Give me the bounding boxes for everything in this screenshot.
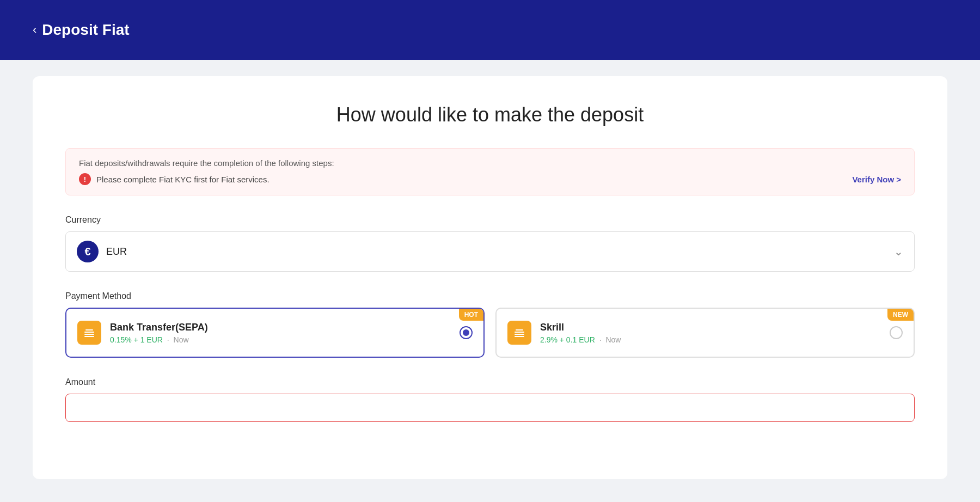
skrill-info: Skrill 2.9% + 0.1 EUR · Now [540, 322, 621, 344]
payment-method-skrill[interactable]: NEW Skrill 2.9% + 0.1 EUR [495, 308, 915, 358]
page-heading: How would like to make the deposit [65, 103, 915, 126]
skrill-name: Skrill [540, 322, 621, 333]
alert-box: Fiat deposits/withdrawals require the co… [65, 148, 915, 195]
hot-badge: HOT [459, 309, 483, 321]
skrill-radio[interactable] [890, 326, 903, 339]
skrill-fee: 2.9% + 0.1 EUR · Now [540, 335, 621, 344]
eur-icon: € [77, 241, 99, 262]
bank-fee-amount: 0.15% + 1 EUR [110, 335, 163, 344]
svg-rect-2 [84, 336, 94, 337]
payment-methods-grid: HOT Bank Transfer(SEPA) 0.15% + 1 [65, 308, 915, 358]
alert-heading: Fiat deposits/withdrawals require the co… [79, 158, 901, 168]
svg-rect-0 [84, 332, 94, 333]
amount-label: Amount [65, 377, 915, 387]
header: ‹ Deposit Fiat [0, 0, 980, 60]
alert-icon: ! [79, 173, 91, 185]
back-icon: ‹ [33, 23, 36, 37]
amount-input-wrapper [65, 394, 915, 422]
bank-dot: · [167, 335, 169, 344]
alert-row-left: ! Please complete Fiat KYC first for Fia… [79, 173, 270, 185]
svg-rect-1 [84, 334, 94, 335]
page-title: Deposit Fiat [42, 21, 129, 39]
bank-transfer-radio[interactable] [460, 326, 473, 339]
svg-rect-6 [514, 336, 524, 337]
skrill-dot: · [599, 335, 602, 344]
bank-time: Now [174, 335, 189, 344]
currency-dropdown[interactable]: € EUR ⌄ [65, 231, 915, 272]
svg-rect-7 [516, 329, 523, 330]
currency-left: € EUR [77, 241, 127, 262]
back-button[interactable]: ‹ Deposit Fiat [33, 21, 130, 39]
bank-transfer-name: Bank Transfer(SEPA) [110, 322, 208, 333]
skrill-icon [507, 321, 531, 345]
new-badge: NEW [887, 309, 914, 321]
alert-row: ! Please complete Fiat KYC first for Fia… [79, 173, 901, 185]
bank-transfer-icon [77, 321, 101, 345]
main-card: How would like to make the deposit Fiat … [33, 76, 947, 479]
svg-rect-4 [514, 332, 524, 333]
svg-rect-3 [85, 329, 93, 330]
bank-transfer-left: Bank Transfer(SEPA) 0.15% + 1 EUR · Now [77, 321, 208, 345]
verify-now-link[interactable]: Verify Now > [852, 175, 901, 184]
amount-input[interactable] [65, 394, 915, 422]
svg-rect-5 [514, 334, 524, 335]
alert-message: Please complete Fiat KYC first for Fiat … [96, 175, 270, 184]
bank-transfer-radio-inner [463, 329, 469, 336]
skrill-left: Skrill 2.9% + 0.1 EUR · Now [507, 321, 621, 345]
content-wrapper: How would like to make the deposit Fiat … [0, 60, 980, 502]
bank-transfer-fee: 0.15% + 1 EUR · Now [110, 335, 208, 344]
skrill-time: Now [605, 335, 621, 344]
payment-method-label: Payment Method [65, 291, 915, 301]
currency-code: EUR [106, 246, 127, 258]
chevron-down-icon: ⌄ [894, 245, 903, 258]
currency-label: Currency [65, 215, 915, 225]
payment-method-bank-transfer[interactable]: HOT Bank Transfer(SEPA) 0.15% + 1 [65, 308, 485, 358]
skrill-fee-amount: 2.9% + 0.1 EUR [540, 335, 595, 344]
bank-transfer-info: Bank Transfer(SEPA) 0.15% + 1 EUR · Now [110, 322, 208, 344]
